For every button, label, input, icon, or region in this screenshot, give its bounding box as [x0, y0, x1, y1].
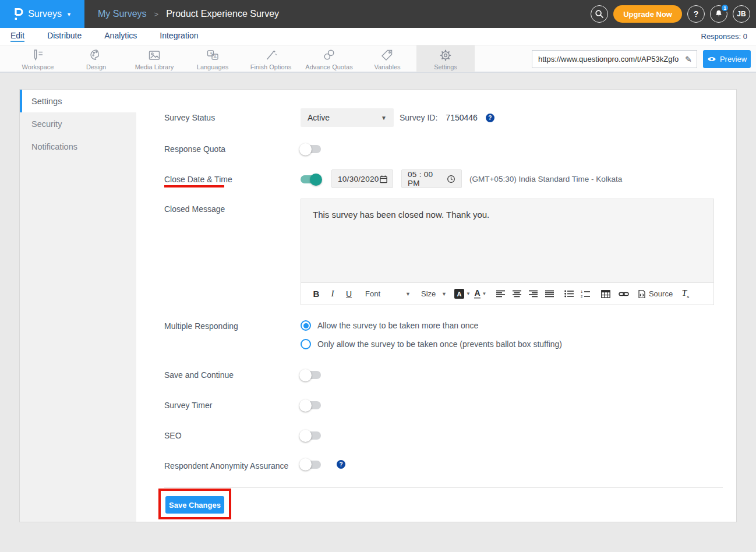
respondent-anonymity-label: Respondent Anonymity Assurance: [164, 461, 288, 470]
tab-analytics[interactable]: Analytics: [104, 31, 137, 42]
numbered-list-button[interactable]: 12: [579, 286, 592, 302]
chevron-down-icon: ▼: [482, 291, 487, 296]
close-date-field[interactable]: 10/30/2020: [331, 169, 393, 188]
remove-format-button[interactable]: Tx: [679, 286, 692, 302]
toolbar-item-languages[interactable]: ✶ A Languages: [183, 45, 242, 72]
calendar-icon: [379, 175, 388, 183]
sidebar-item-settings[interactable]: Settings: [20, 90, 136, 112]
survey-timer-label: Survey Timer: [164, 401, 212, 410]
align-right-button[interactable]: [527, 286, 540, 302]
sidebar-item-notifications[interactable]: Notifications: [20, 135, 136, 158]
survey-status-dropdown[interactable]: Active ▼: [301, 108, 394, 127]
advance-quotas-links-icon: [322, 48, 337, 63]
finish-options-wand-icon: [263, 48, 278, 63]
source-button[interactable]: Source: [638, 286, 673, 302]
respondent-anonymity-controls: ?: [301, 460, 345, 469]
responses-count: Responses: 0: [701, 28, 748, 45]
toolbar-item-design[interactable]: Design: [67, 45, 125, 72]
notifications-button[interactable]: 1: [710, 5, 727, 23]
settings-gear-icon: [438, 48, 453, 63]
respondent-anonymity-toggle[interactable]: [301, 461, 321, 469]
chevron-down-icon: ▼: [466, 291, 471, 296]
radio-icon: [301, 320, 311, 331]
tab-integration[interactable]: Integration: [160, 31, 198, 42]
close-date-time-label: Close Date & Time: [164, 175, 232, 184]
clock-icon: [447, 175, 455, 183]
remove-format-icon: Tx: [682, 288, 690, 299]
search-button[interactable]: [591, 5, 608, 23]
close-date-time-toggle[interactable]: [301, 175, 321, 183]
survey-url-input[interactable]: [532, 55, 680, 63]
seo-toggle[interactable]: [301, 431, 321, 440]
breadcrumb-separator-icon: >: [154, 10, 159, 19]
breadcrumb-my-surveys[interactable]: My Surveys: [98, 9, 147, 19]
svg-text:2: 2: [581, 295, 583, 298]
numbered-list-icon: 12: [581, 290, 590, 298]
text-color-button[interactable]: A ▼: [474, 286, 487, 302]
table-icon: [601, 290, 610, 298]
response-quota-toggle[interactable]: [301, 145, 321, 153]
notification-badge: 1: [720, 3, 729, 12]
background-color-button[interactable]: A ▼: [454, 286, 471, 302]
languages-icon: ✶ A: [205, 48, 220, 63]
save-and-continue-label: Save and Continue: [164, 370, 234, 380]
tab-distribute[interactable]: Distribute: [47, 31, 82, 42]
toolbar-item-finish-options[interactable]: Finish Options: [242, 45, 300, 72]
survey-timer-toggle[interactable]: [301, 401, 321, 409]
sidebar-item-security[interactable]: Security: [20, 112, 136, 135]
bullet-list-button[interactable]: [563, 286, 575, 302]
align-left-icon: [496, 290, 505, 298]
font-dropdown[interactable]: Font ▼: [365, 289, 411, 298]
link-icon: [619, 290, 629, 298]
upgrade-now-button[interactable]: Upgrade Now: [613, 5, 682, 23]
align-right-icon: [529, 290, 538, 298]
save-changes-button[interactable]: Save Changes: [165, 496, 224, 514]
rich-text-toolbar: B I U Font ▼ Size ▼ A ▼ A ▼: [301, 282, 713, 305]
justify-icon: [545, 290, 554, 298]
survey-status-value: Active: [308, 113, 330, 122]
survey-id-help-icon[interactable]: ?: [486, 114, 494, 122]
toolbar-item-advance-quotas[interactable]: Advance Quotas: [300, 45, 358, 72]
timezone-text: (GMT+05:30) India Standard Time - Kolkat…: [469, 175, 622, 183]
close-time-field[interactable]: 05 : 00 PM: [401, 169, 462, 188]
toolbar-item-media-library[interactable]: Media Library: [125, 45, 183, 72]
justify-button[interactable]: [543, 286, 556, 302]
toolbar-item-workspace[interactable]: Workspace: [9, 45, 67, 72]
survey-status-label: Survey Status: [164, 113, 215, 122]
insert-table-button[interactable]: [599, 286, 612, 302]
eye-icon: [707, 56, 716, 62]
respondent-anonymity-help-icon[interactable]: ?: [337, 460, 345, 469]
questionpro-settings-page: Surveys ▼ My Surveys > Product Experienc…: [0, 0, 756, 552]
insert-link-button[interactable]: [617, 286, 630, 302]
align-left-button[interactable]: [494, 286, 507, 302]
align-center-button[interactable]: [511, 286, 524, 302]
avatar[interactable]: JB: [733, 5, 750, 23]
help-button[interactable]: ?: [687, 5, 705, 23]
toolbar-item-variables[interactable]: Variables: [358, 45, 416, 72]
product-switcher[interactable]: Surveys ▼: [0, 0, 84, 28]
breadcrumb: My Surveys > Product Experience Survey: [98, 0, 279, 28]
close-time-value: 05 : 00 PM: [408, 170, 447, 187]
edit-url-pencil-icon[interactable]: ✎: [680, 55, 697, 64]
closed-message-editor: This survey has been closed now. Thank y…: [301, 199, 714, 305]
preview-button[interactable]: Preview: [703, 50, 751, 68]
product-label: Surveys: [28, 9, 62, 19]
chevron-down-icon: ▼: [405, 291, 411, 297]
avatar-initials: JB: [737, 10, 746, 18]
chevron-down-icon: ▼: [441, 291, 447, 297]
survey-title: Product Experience Survey: [166, 9, 279, 19]
italic-button[interactable]: I: [326, 286, 339, 302]
bold-button[interactable]: B: [310, 286, 323, 302]
save-and-continue-toggle[interactable]: [301, 371, 321, 379]
radio-multiple-allowed[interactable]: Allow the survey to be taken more than o…: [301, 320, 478, 331]
closed-message-text[interactable]: This survey has been closed now. Thank y…: [301, 199, 713, 282]
bullet-list-icon: [564, 290, 574, 298]
toolbar-item-settings[interactable]: Settings: [416, 45, 475, 72]
align-center-icon: [513, 290, 521, 298]
size-dropdown[interactable]: Size ▼: [421, 289, 447, 298]
underline-button[interactable]: U: [342, 286, 355, 302]
radio-once-only[interactable]: Only allow the survey to be taken once (…: [301, 339, 562, 349]
tab-edit[interactable]: Edit: [10, 31, 24, 42]
survey-id-value: 7150446: [446, 113, 478, 122]
questionpro-logo-icon: [13, 7, 23, 22]
